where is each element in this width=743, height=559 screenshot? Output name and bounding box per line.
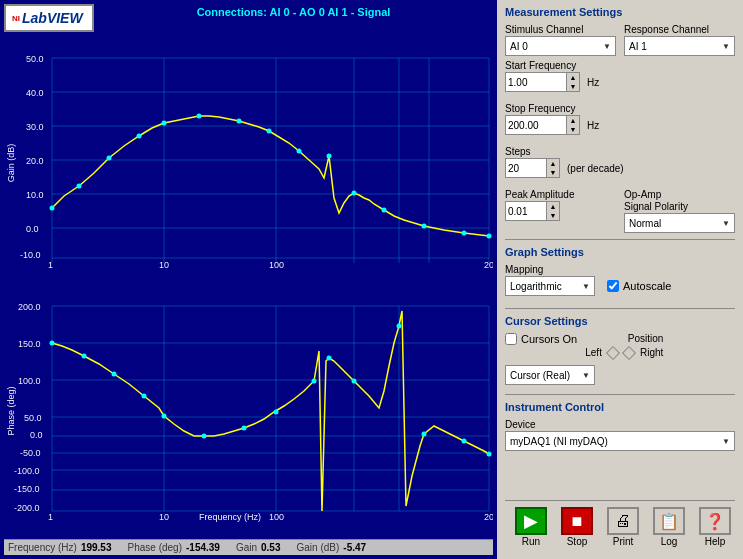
- signal-polarity-select[interactable]: Normal ▼: [624, 213, 735, 233]
- steps-down[interactable]: ▼: [547, 168, 559, 177]
- autoscale-checkbox[interactable]: [607, 280, 619, 292]
- svg-text:100.0: 100.0: [18, 376, 41, 386]
- cursor-select[interactable]: Cursor (Real) ▼: [505, 365, 595, 385]
- log-label: Log: [661, 536, 678, 547]
- cursors-on-checkbox[interactable]: [505, 333, 517, 345]
- signal-polarity-value: Normal: [629, 218, 661, 229]
- stop-freq-up[interactable]: ▲: [567, 116, 579, 125]
- stimulus-channel-select[interactable]: AI 0 ▼: [505, 36, 616, 56]
- divider-3: [505, 394, 735, 395]
- status-phase: Phase (deg) -154.39: [128, 542, 220, 553]
- svg-point-73: [112, 371, 117, 376]
- ni-logo: NI: [12, 14, 20, 23]
- svg-text:100: 100: [269, 260, 284, 268]
- svg-point-40: [487, 234, 492, 239]
- stimulus-channel-value: AI 0: [510, 41, 528, 52]
- svg-text:Frequency (Hz): Frequency (Hz): [199, 512, 261, 522]
- stop-freq-down[interactable]: ▼: [567, 125, 579, 134]
- print-button[interactable]: 🖨 Print: [601, 505, 645, 549]
- log-button[interactable]: 📋 Log: [647, 505, 691, 549]
- stop-freq-unit: Hz: [587, 120, 599, 131]
- svg-text:Phase (deg): Phase (deg): [6, 386, 16, 435]
- device-select[interactable]: myDAQ1 (NI myDAQ) ▼: [505, 431, 735, 451]
- position-label: Position: [628, 333, 664, 344]
- device-arrow: ▼: [722, 437, 730, 446]
- run-button[interactable]: ▶ Run: [509, 505, 553, 549]
- steps-input[interactable]: [506, 159, 546, 177]
- mapping-row: Mapping Logarithmic ▼ Autoscale: [505, 264, 735, 299]
- run-icon: ▶: [515, 507, 547, 535]
- svg-text:0.0: 0.0: [30, 430, 43, 440]
- peak-amp-spinners: ▲ ▼: [546, 202, 559, 220]
- stop-button[interactable]: ■ Stop: [555, 505, 599, 549]
- chart-panel: NI LabVIEW Connections: AI 0 - AO 0 AI 1…: [0, 0, 497, 559]
- gain-db-value: -5.47: [343, 542, 366, 553]
- stimulus-col: Stimulus Channel AI 0 ▼: [505, 24, 616, 56]
- svg-point-85: [487, 451, 492, 456]
- mapping-select[interactable]: Logarithmic ▼: [505, 276, 595, 296]
- mapping-select-row: Logarithmic ▼ Autoscale: [505, 276, 735, 296]
- peak-amp-up[interactable]: ▲: [547, 202, 559, 211]
- svg-text:-10.0: -10.0: [20, 250, 41, 260]
- svg-point-38: [422, 224, 427, 229]
- gain-label: Gain: [236, 542, 257, 553]
- svg-point-78: [274, 409, 279, 414]
- chart-area: 50.0 40.0 30.0 20.0 10.0 0.0 -10.0 Gain …: [4, 20, 493, 539]
- svg-point-83: [422, 431, 427, 436]
- start-freq-block: Start Frequency ▲ ▼ Hz: [505, 60, 735, 95]
- freq-value: 199.53: [81, 542, 112, 553]
- mapping-value: Logarithmic: [510, 281, 562, 292]
- start-freq-down[interactable]: ▼: [567, 82, 579, 91]
- start-freq-row: ▲ ▼ Hz: [505, 72, 735, 92]
- cursor-right-diamond[interactable]: [622, 345, 636, 359]
- mapping-arrow: ▼: [582, 282, 590, 291]
- cursor-left-diamond[interactable]: [606, 345, 620, 359]
- phase-value: -154.39: [186, 542, 220, 553]
- labview-text: LabVIEW: [22, 10, 83, 26]
- peak-amp-input[interactable]: [506, 202, 546, 220]
- steps-input-wrapper: ▲ ▼: [505, 158, 560, 178]
- svg-point-72: [82, 353, 87, 358]
- peak-amp-down[interactable]: ▼: [547, 211, 559, 220]
- status-gain-db: Gain (dB) -5.47: [297, 542, 367, 553]
- response-col: Response Channel AI 1 ▼: [624, 24, 735, 56]
- main-container: NI LabVIEW Connections: AI 0 - AO 0 AI 1…: [0, 0, 743, 559]
- svg-text:40.0: 40.0: [26, 88, 44, 98]
- svg-text:20.0: 20.0: [26, 156, 44, 166]
- svg-point-30: [162, 121, 167, 126]
- svg-text:0.0: 0.0: [26, 224, 39, 234]
- channel-row: Stimulus Channel AI 0 ▼ Response Channel…: [505, 24, 735, 56]
- svg-point-34: [297, 149, 302, 154]
- svg-text:150.0: 150.0: [18, 339, 41, 349]
- svg-text:-100.0: -100.0: [14, 466, 40, 476]
- svg-text:200: 200: [484, 512, 493, 522]
- svg-text:-150.0: -150.0: [14, 484, 40, 494]
- gain-value: 0.53: [261, 542, 280, 553]
- run-label: Run: [522, 536, 540, 547]
- start-freq-input[interactable]: [506, 73, 566, 91]
- svg-point-79: [312, 378, 317, 383]
- start-freq-label: Start Frequency: [505, 60, 735, 71]
- svg-point-31: [197, 114, 202, 119]
- device-value: myDAQ1 (NI myDAQ): [510, 436, 608, 447]
- svg-point-76: [202, 433, 207, 438]
- steps-up[interactable]: ▲: [547, 159, 559, 168]
- gain-db-label: Gain (dB): [297, 542, 340, 553]
- stop-label: Stop: [567, 536, 588, 547]
- status-gain: Gain 0.53: [236, 542, 281, 553]
- help-button[interactable]: ❓ Help: [693, 505, 737, 549]
- labview-logo: NI LabVIEW: [4, 4, 94, 32]
- left-label: Left: [585, 347, 602, 358]
- svg-point-80: [327, 355, 332, 360]
- start-freq-up[interactable]: ▲: [567, 73, 579, 82]
- stop-freq-row: ▲ ▼ Hz: [505, 115, 735, 135]
- divider-2: [505, 308, 735, 309]
- response-channel-select[interactable]: AI 1 ▼: [624, 36, 735, 56]
- response-label: Response Channel: [624, 24, 735, 35]
- svg-point-77: [242, 425, 247, 430]
- signal-polarity-arrow: ▼: [722, 219, 730, 228]
- instrument-control-title: Instrument Control: [505, 401, 735, 413]
- svg-point-84: [462, 438, 467, 443]
- stop-freq-input[interactable]: [506, 116, 566, 134]
- peak-amp-label: Peak Amplitude: [505, 189, 616, 200]
